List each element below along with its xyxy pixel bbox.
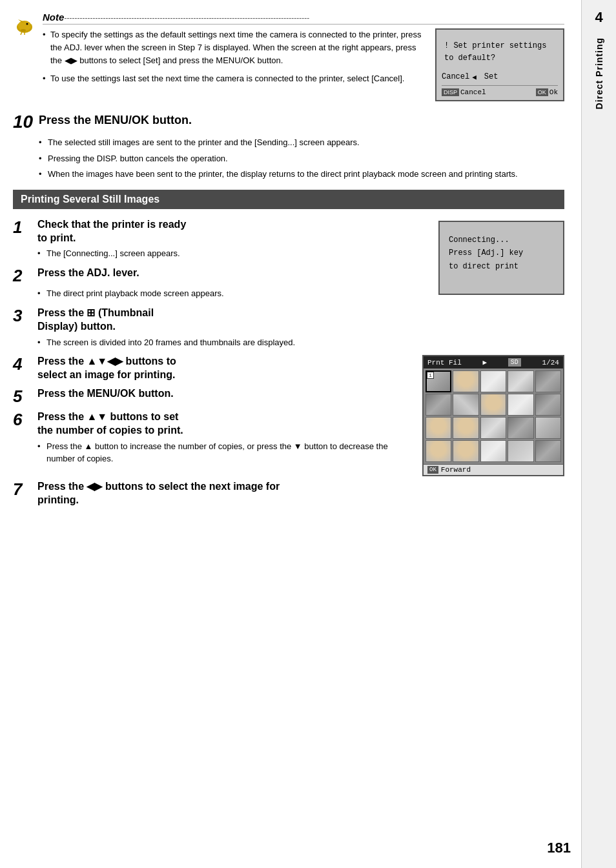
- thumb-cell-17: [453, 440, 478, 462]
- thumb-cell-20: [535, 440, 561, 462]
- thumb-cell-4: [508, 370, 533, 392]
- step-6-title: Press the ▲▼ buttons to setthe number of…: [37, 410, 183, 438]
- step-6-header: 6 Press the ▲▼ buttons to setthe number …: [13, 410, 412, 438]
- cancel-label: Cancel: [442, 72, 469, 81]
- step-3-bullet-1: The screen is divided into 20 frames and…: [37, 336, 564, 349]
- ok-action: Ok: [549, 88, 558, 96]
- thumb-header-left: Prnt Fil: [427, 359, 462, 367]
- note-lcd-bottom: DISP Cancel OK Ok: [442, 85, 558, 96]
- step-10-bullet-2: Pressing the DISP. button cancels the op…: [39, 152, 564, 165]
- thumb-footer-ok: OK: [427, 466, 438, 474]
- step-5-header: 5 Press the MENU/OK button.: [13, 387, 412, 406]
- connecting-line2: Press [Adj.] key: [449, 247, 523, 259]
- thumb-header-count: 1/24: [542, 359, 559, 367]
- step-4-title: Press the ▲▼◀▶ buttons toselect an image…: [37, 355, 176, 382]
- disp-action: Cancel: [460, 88, 486, 96]
- step-10-bullet-3: When the images have been sent to the pr…: [39, 168, 564, 181]
- step-1-number: 1: [13, 218, 32, 237]
- thumb-cell-16: [426, 440, 451, 462]
- step-3-number: 3: [13, 307, 32, 325]
- thumb-cell-12: [453, 417, 478, 439]
- thumb-cell-7: [453, 394, 478, 416]
- step-1-header: 1 Check that the printer is readyto prin…: [13, 218, 428, 245]
- ok-label: OK: [536, 88, 548, 96]
- thumb-cell-14: [508, 417, 533, 439]
- step-3-title: Press the ⊞ (ThumbnailDisplay) button.: [37, 307, 154, 334]
- note-lcd-line1: ! Set printer settings: [444, 40, 555, 52]
- thumb-cell-13: [480, 417, 506, 439]
- thumb-cell-10: [535, 394, 561, 416]
- disp-btn: DISP Cancel: [442, 88, 486, 96]
- thumb-cell-9: [508, 394, 533, 416]
- thumb-header-sd: SD: [508, 358, 521, 367]
- note-lcd-line2: to default?: [444, 52, 555, 65]
- step-7-title: Press the ◀▶ buttons to select the next …: [37, 480, 280, 507]
- thumb-cell-19: [508, 440, 533, 462]
- thumb-footer-label: Forward: [441, 466, 471, 474]
- section-header: Printing Several Still Images: [13, 190, 564, 209]
- thumbnail-lcd: Prnt Fil ▶ SD 1/24 1: [422, 355, 564, 476]
- connecting-lcd: Connecting... Press [Adj.] key to direct…: [438, 221, 564, 295]
- note-lcd-cancel-row: Cancel ◀ Set: [442, 72, 558, 81]
- svg-point-5: [21, 29, 26, 32]
- step-1-bullet-1: The [Connecting...] screen appears.: [37, 247, 428, 260]
- thumb-footer: OK Forward: [424, 464, 563, 475]
- cancel-arrow: ◀: [472, 73, 477, 81]
- thumb-cell-1: 1: [426, 370, 451, 392]
- step-1-sub: The [Connecting...] screen appears.: [37, 247, 428, 260]
- thumb-cell-18: [480, 440, 506, 462]
- connecting-line1: Connecting...: [449, 234, 523, 247]
- note-icon: [13, 13, 36, 36]
- thumb-cell-6: [426, 394, 451, 416]
- step-10-bullet-1: The selected still images are sent to th…: [39, 136, 564, 149]
- note-bullet-1: To specify the settings as the default s…: [43, 28, 425, 67]
- step-4-number: 4: [13, 355, 32, 374]
- page-number: 181: [547, 840, 571, 856]
- step-2-title: Press the ADJ. lever.: [37, 267, 139, 280]
- steps-4-6-left: 4 Press the ▲▼◀▶ buttons toselect an ima…: [13, 355, 412, 472]
- connecting-lcd-text: Connecting... Press [Adj.] key to direct…: [449, 234, 523, 273]
- note-lcd-screen: ! Set printer settings to default? Cance…: [435, 28, 564, 101]
- note-box: Note To specify the settings as the defa…: [13, 12, 564, 101]
- thumb-cell-15: [535, 417, 561, 439]
- step-6-number: 6: [13, 410, 32, 429]
- step-6-sub: Press the ▲ button to increase the numbe…: [37, 440, 412, 465]
- step-7-number: 7: [13, 480, 32, 499]
- note-body: To specify the settings as the default s…: [43, 28, 564, 101]
- step-6-bullet-1: Press the ▲ button to increase the numbe…: [37, 440, 412, 465]
- step-7-header: 7 Press the ◀▶ buttons to select the nex…: [13, 480, 564, 507]
- thumb-cell-2: [453, 370, 478, 392]
- ok-btn: OK Ok: [536, 88, 558, 96]
- note-bullet-2: To use the settings last set the next ti…: [43, 72, 425, 85]
- thumb-cell-5: [535, 370, 561, 392]
- steps-1-2-left: 1 Check that the printer is readyto prin…: [13, 218, 428, 307]
- note-text: To specify the settings as the default s…: [43, 28, 425, 101]
- disp-label: DISP: [442, 88, 459, 96]
- sidebar-tab-number: 4: [595, 0, 602, 31]
- step-2-number: 2: [13, 267, 32, 285]
- step-2-header: 2 Press the ADJ. lever.: [13, 267, 428, 285]
- step-2-sub: The direct print playback mode screen ap…: [37, 287, 428, 300]
- steps-4-6-container: 4 Press the ▲▼◀▶ buttons toselect an ima…: [13, 355, 564, 476]
- thumb-cell-8: [480, 394, 506, 416]
- step-3-sub: The screen is divided into 20 frames and…: [37, 336, 564, 349]
- thumb-header: Prnt Fil ▶ SD 1/24: [424, 356, 563, 368]
- right-sidebar: 4 Direct Printing: [581, 0, 616, 868]
- cancel-choice: Cancel ◀ Set: [442, 72, 498, 81]
- step-1-title: Check that the printer is readyto print.: [37, 218, 186, 245]
- step-3-header: 3 Press the ⊞ (ThumbnailDisplay) button.: [13, 307, 564, 334]
- step-10-bullets: The selected still images are sent to th…: [39, 136, 564, 180]
- sidebar-tab-text: Direct Printing: [594, 31, 604, 116]
- note-lcd-inner: ! Set printer settings to default?: [442, 36, 558, 68]
- thumb-cell-11: [426, 417, 451, 439]
- note-title: Note: [43, 12, 564, 25]
- set-label: Set: [484, 72, 498, 81]
- thumb-grid: 1: [424, 368, 563, 464]
- note-content: Note To specify the settings as the defa…: [43, 12, 564, 101]
- step-5-title: Press the MENU/OK button.: [37, 387, 174, 401]
- connecting-line3: to direct print: [449, 260, 523, 273]
- step-2-bullet-1: The direct print playback mode screen ap…: [37, 287, 428, 300]
- main-content: Note To specify the settings as the defa…: [0, 0, 577, 521]
- step-10-title: Press the MENU/OK button.: [39, 113, 192, 128]
- thumb-header-play: ▶: [483, 358, 488, 367]
